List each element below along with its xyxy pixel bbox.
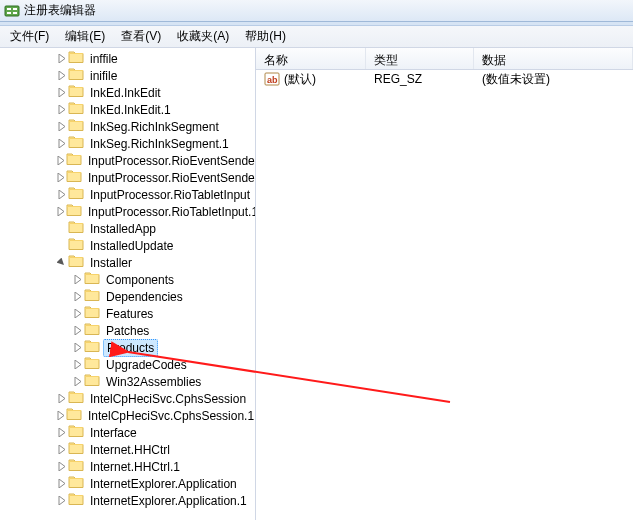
tree-node-label: InkEd.InkEdit: [87, 85, 164, 101]
expand-icon[interactable]: [56, 206, 65, 217]
tree-node[interactable]: Installer: [0, 254, 255, 271]
tree-node[interactable]: InternetExplorer.Application: [0, 475, 255, 492]
tree-node[interactable]: InstalledUpdate: [0, 237, 255, 254]
tree-node[interactable]: InkSeg.RichInkSegment.1: [0, 135, 255, 152]
tree-node-label: Patches: [103, 323, 152, 339]
tree-node[interactable]: Features: [0, 305, 255, 322]
tree-node-label: UpgradeCodes: [103, 357, 190, 373]
tree-node-label: InputProcessor.RioEventSender: [85, 153, 256, 169]
tree-node[interactable]: Interface: [0, 424, 255, 441]
expand-icon[interactable]: [72, 376, 83, 387]
tree-node[interactable]: Products: [0, 339, 255, 356]
value-row[interactable]: ab (默认) REG_SZ (数值未设置): [256, 70, 633, 88]
expand-icon[interactable]: [56, 444, 67, 455]
expand-icon[interactable]: [72, 291, 83, 302]
tree-node[interactable]: InkSeg.RichInkSegment: [0, 118, 255, 135]
tree-node-label: InternetExplorer.Application.1: [87, 493, 250, 509]
menu-help[interactable]: 帮助(H): [239, 26, 292, 47]
tree-node[interactable]: IntelCpHeciSvc.CphsSession.1: [0, 407, 255, 424]
tree-node-label: Features: [103, 306, 156, 322]
tree-node[interactable]: Internet.HHCtrl.1: [0, 458, 255, 475]
expand-icon[interactable]: [56, 121, 67, 132]
tree-node-label: InputProcessor.RioTabletInput.1: [85, 204, 256, 220]
svg-rect-2: [7, 12, 11, 14]
tree-node-label: Installer: [87, 255, 135, 271]
content: inffileinifileInkEd.InkEditInkEd.InkEdit…: [0, 48, 633, 520]
svg-rect-3: [13, 8, 17, 10]
tree-node-label: IntelCpHeciSvc.CphsSession.1: [85, 408, 256, 424]
expand-icon[interactable]: [56, 410, 65, 421]
tree-node-label: Internet.HHCtrl.1: [87, 459, 183, 475]
col-data[interactable]: 数据: [474, 48, 633, 69]
value-data: (数值未设置): [474, 69, 558, 90]
svg-rect-1: [7, 8, 11, 10]
svg-text:ab: ab: [267, 75, 278, 85]
tree-node[interactable]: Internet.HHCtrl: [0, 441, 255, 458]
tree-node[interactable]: InstalledApp: [0, 220, 255, 237]
expand-icon[interactable]: [56, 189, 67, 200]
values-pane: 名称 类型 数据 ab (默认) REG_SZ (数值未设置): [256, 48, 633, 520]
col-name[interactable]: 名称: [256, 48, 366, 69]
tree-node-label: inffile: [87, 51, 121, 67]
menu-view[interactable]: 查看(V): [115, 26, 167, 47]
expand-icon[interactable]: [56, 155, 65, 166]
collapse-icon[interactable]: [56, 257, 67, 268]
tree-node[interactable]: InternetExplorer.Application.1: [0, 492, 255, 509]
expand-icon[interactable]: [56, 478, 67, 489]
title-bar: 注册表编辑器: [0, 0, 633, 22]
expand-icon[interactable]: [72, 325, 83, 336]
menu-edit[interactable]: 编辑(E): [59, 26, 111, 47]
string-value-icon: ab: [264, 71, 280, 87]
expand-icon[interactable]: [56, 104, 67, 115]
menu-file[interactable]: 文件(F): [4, 26, 55, 47]
expand-icon[interactable]: [72, 359, 83, 370]
expand-icon[interactable]: [56, 172, 65, 183]
expand-icon[interactable]: [56, 495, 67, 506]
tree-node-label: Dependencies: [103, 289, 186, 305]
value-name: (默认): [284, 71, 316, 88]
menu-bar: 文件(F) 编辑(E) 查看(V) 收藏夹(A) 帮助(H): [0, 26, 633, 48]
tree-node-label: InputProcessor.RioEventSender.: [85, 170, 256, 186]
tree-node[interactable]: Patches: [0, 322, 255, 339]
expand-icon[interactable]: [72, 274, 83, 285]
tree-node-label: InternetExplorer.Application: [87, 476, 240, 492]
tree-node[interactable]: Components: [0, 271, 255, 288]
expand-icon[interactable]: [72, 342, 83, 353]
folder-icon: [68, 491, 87, 510]
tree-node[interactable]: InputProcessor.RioEventSender.: [0, 169, 255, 186]
tree-node-label: Products: [103, 339, 158, 357]
tree-node[interactable]: InputProcessor.RioTabletInput: [0, 186, 255, 203]
expand-icon[interactable]: [56, 393, 67, 404]
tree-node-label: InkEd.InkEdit.1: [87, 102, 174, 118]
tree-node-label: InstalledApp: [87, 221, 159, 237]
tree-node[interactable]: inffile: [0, 50, 255, 67]
tree-node[interactable]: Win32Assemblies: [0, 373, 255, 390]
expand-icon[interactable]: [56, 461, 67, 472]
col-type[interactable]: 类型: [366, 48, 474, 69]
tree-node-label: InkSeg.RichInkSegment: [87, 119, 222, 135]
expand-icon[interactable]: [56, 70, 67, 81]
tree-node-label: InkSeg.RichInkSegment.1: [87, 136, 232, 152]
tree-node-label: Components: [103, 272, 177, 288]
tree-node[interactable]: IntelCpHeciSvc.CphsSession: [0, 390, 255, 407]
tree-node-label: InstalledUpdate: [87, 238, 176, 254]
expand-icon[interactable]: [56, 427, 67, 438]
tree-node[interactable]: InkEd.InkEdit.1: [0, 101, 255, 118]
tree-node[interactable]: UpgradeCodes: [0, 356, 255, 373]
tree-node-label: IntelCpHeciSvc.CphsSession: [87, 391, 249, 407]
menu-favorites[interactable]: 收藏夹(A): [171, 26, 235, 47]
tree-node-label: Interface: [87, 425, 140, 441]
tree-node[interactable]: InputProcessor.RioEventSender: [0, 152, 255, 169]
tree-node[interactable]: Dependencies: [0, 288, 255, 305]
expand-icon[interactable]: [56, 87, 67, 98]
value-type: REG_SZ: [366, 70, 474, 88]
tree-node[interactable]: InkEd.InkEdit: [0, 84, 255, 101]
tree-node[interactable]: InputProcessor.RioTabletInput.1: [0, 203, 255, 220]
expand-icon[interactable]: [56, 138, 67, 149]
tree-view[interactable]: inffileinifileInkEd.InkEditInkEd.InkEdit…: [0, 48, 256, 520]
regedit-icon: [4, 3, 20, 19]
expand-icon[interactable]: [72, 308, 83, 319]
tree-node[interactable]: inifile: [0, 67, 255, 84]
expand-icon[interactable]: [56, 53, 67, 64]
values-header: 名称 类型 数据: [256, 48, 633, 70]
